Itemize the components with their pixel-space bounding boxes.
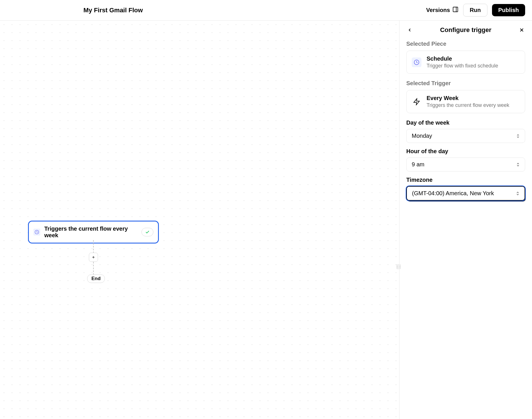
piece-desc: Trigger flow with fixed schedule xyxy=(427,63,498,69)
panel-right-icon xyxy=(452,6,459,14)
timezone-value: (GMT-04:00) America, New York xyxy=(412,190,494,197)
flow-canvas[interactable]: Triggers the current flow every week End… xyxy=(0,21,399,419)
add-step-button[interactable] xyxy=(89,253,98,262)
svg-marker-8 xyxy=(414,99,419,105)
flow-title[interactable]: My First Gmail Flow xyxy=(83,7,143,14)
timezone-field-label: Timezone xyxy=(406,177,525,183)
trigger-name: Every Week xyxy=(427,95,509,101)
chevron-up-down-icon xyxy=(516,191,519,195)
timezone-select[interactable]: (GMT-04:00) America, New York xyxy=(406,186,525,201)
flow-connector-line xyxy=(93,262,94,275)
chevron-up-down-icon xyxy=(516,163,520,167)
selected-trigger-label: Selected Trigger xyxy=(406,80,525,87)
hour-value: 9 am xyxy=(412,161,424,168)
end-node: End xyxy=(87,274,105,283)
chevron-up-down-icon xyxy=(516,134,520,138)
versions-button[interactable]: Versions xyxy=(426,6,458,14)
trigger-info: Every Week Triggers the current flow eve… xyxy=(427,95,509,108)
trigger-node-text: Triggers the current flow every week xyxy=(44,226,137,239)
header-actions: Versions Run Publish xyxy=(426,4,525,17)
trigger-desc: Triggers the current flow every week xyxy=(427,102,509,108)
panel-title: Configure trigger xyxy=(440,26,491,34)
piece-info: Schedule Trigger flow with fixed schedul… xyxy=(427,55,498,69)
svg-rect-0 xyxy=(453,7,458,12)
publish-button[interactable]: Publish xyxy=(492,4,525,16)
trigger-valid-badge xyxy=(141,228,153,236)
schedule-icon xyxy=(412,57,421,67)
schedule-icon xyxy=(33,229,40,236)
main-area: Triggers the current flow every week End… xyxy=(0,21,532,419)
panel-resize-handle[interactable]: ⋮⋮ xyxy=(396,264,401,269)
versions-label: Versions xyxy=(426,7,450,13)
day-field-label: Day of the week xyxy=(406,119,525,126)
day-value: Monday xyxy=(412,133,432,139)
panel-header: Configure trigger xyxy=(406,26,525,34)
run-button[interactable]: Run xyxy=(463,4,487,17)
flow-connector-line xyxy=(93,240,94,253)
hour-field-label: Hour of the day xyxy=(406,148,525,155)
selected-piece-card[interactable]: Schedule Trigger flow with fixed schedul… xyxy=(406,51,525,74)
selected-trigger-card[interactable]: Every Week Triggers the current flow eve… xyxy=(406,90,525,113)
day-select[interactable]: Monday xyxy=(406,129,525,143)
back-button[interactable] xyxy=(406,27,413,33)
hour-select[interactable]: 9 am xyxy=(406,157,525,171)
configure-trigger-panel: Configure trigger Selected Piece Schedul… xyxy=(399,21,532,419)
piece-name: Schedule xyxy=(427,55,498,62)
bolt-icon xyxy=(412,97,421,107)
selected-piece-label: Selected Piece xyxy=(406,41,525,47)
close-button[interactable] xyxy=(518,27,525,33)
header-bar: My First Gmail Flow Versions Run Publish xyxy=(0,0,532,21)
